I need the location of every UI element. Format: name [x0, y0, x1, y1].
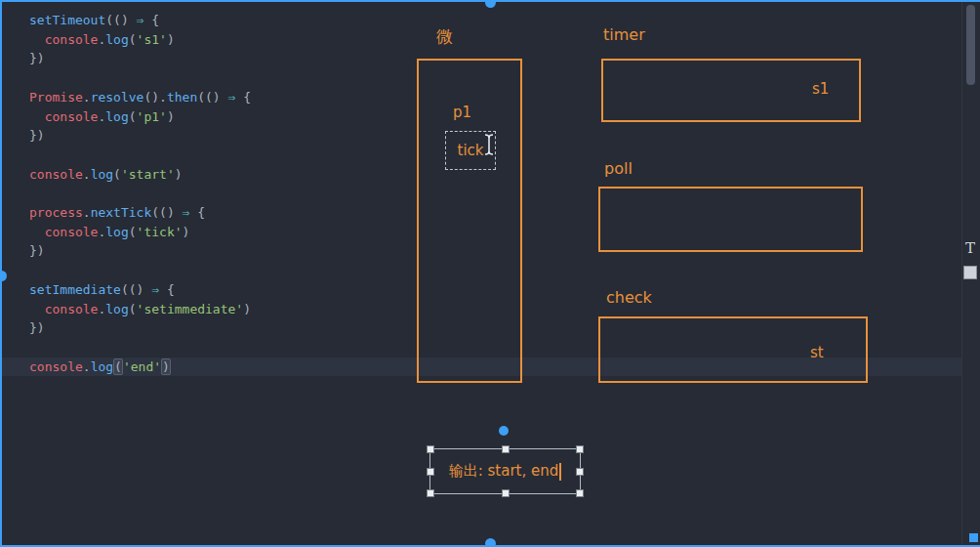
code-line: console.log('s1'): [0, 30, 962, 50]
tick-label: tick: [458, 142, 484, 159]
selection-handle-right[interactable]: [963, 266, 977, 279]
micro-queue-label[interactable]: 微: [436, 25, 453, 48]
queue-item-p1[interactable]: p1: [453, 104, 471, 121]
output-text: 输出: start, end: [449, 462, 559, 481]
textbox-handle[interactable]: [576, 445, 584, 453]
textbox-handle[interactable]: [576, 468, 584, 476]
timer-queue-label[interactable]: timer: [603, 25, 645, 44]
textbox-handle[interactable]: [427, 489, 434, 497]
selection-handle-bottom-right[interactable]: [969, 533, 978, 542]
textbox-handle[interactable]: [427, 445, 434, 453]
textbox-handle[interactable]: [502, 489, 510, 497]
scrollbar-thumb[interactable]: [966, 5, 975, 85]
textbox-handle[interactable]: [576, 489, 584, 497]
check-item-st[interactable]: st: [810, 344, 824, 361]
check-queue-box[interactable]: [598, 316, 868, 383]
rotation-handle[interactable]: [499, 426, 509, 436]
text-tool-icon[interactable]: T: [965, 239, 975, 257]
code-line: setTimeout(() ⇒ {: [0, 11, 962, 30]
text-caret: [559, 463, 561, 481]
timer-item-s1[interactable]: s1: [812, 80, 829, 98]
output-textbox[interactable]: 输出: start, end: [429, 448, 581, 494]
selection-handle-bottom[interactable]: [485, 538, 496, 547]
check-queue-label[interactable]: check: [606, 288, 652, 307]
ibeam-cursor: [482, 133, 496, 156]
poll-queue-box[interactable]: [598, 187, 863, 252]
textbox-handle[interactable]: [427, 468, 434, 476]
screen: setTimeout(() ⇒ { console.log('s1')}) Pr…: [0, 0, 980, 547]
textbox-handle[interactable]: [502, 445, 510, 453]
poll-queue-label[interactable]: poll: [604, 159, 633, 178]
